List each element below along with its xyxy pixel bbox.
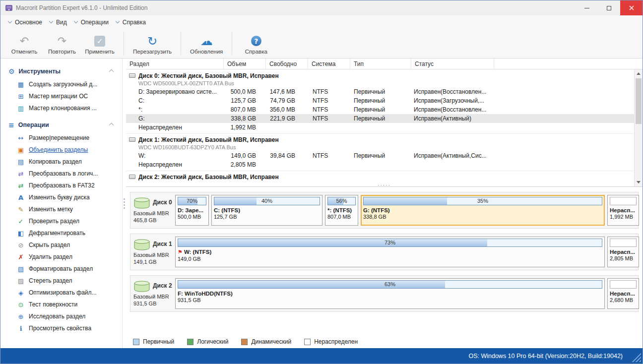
menu-main[interactable]: Основное xyxy=(7,15,49,29)
window-title: Macrorit Partition Expert v6.1.0 - Unlim… xyxy=(16,4,147,11)
menu-operations[interactable]: Операции xyxy=(73,15,115,29)
scroll-down-button[interactable] xyxy=(635,178,643,186)
column-header-status[interactable]: Статус xyxy=(411,59,494,69)
disk-group-header[interactable]: Диск 1: Жесткий диск, Базовый MBR, Испра… xyxy=(126,135,643,144)
cell-status: Исправен(Восстановлен... xyxy=(411,88,643,95)
menu-help[interactable]: Справка xyxy=(115,15,152,29)
partition-size: 149,0 GB xyxy=(178,256,602,262)
maximize-button[interactable] xyxy=(598,0,620,15)
undo-button[interactable]: ↶ Отменить xyxy=(5,29,43,58)
properties-icon: ℹ xyxy=(16,325,25,332)
disk-size: 149,1 GB xyxy=(133,258,175,265)
resize-grip[interactable] xyxy=(630,351,641,362)
column-header-free[interactable]: Свободно xyxy=(266,59,308,69)
sidebar-item-check-partition[interactable]: ✓ Проверить раздел xyxy=(0,215,122,227)
partition-box-g-selected[interactable]: 35% G: (NTFS) 338,8 GB xyxy=(361,195,605,226)
partition-box-c[interactable]: 40% C: (NTFS) 125,7 GB xyxy=(211,195,322,226)
partition-box-star[interactable]: 56% *: (NTFS) 807,0 MB xyxy=(325,195,358,226)
table-row[interactable]: W: 149,0 GB 39,84 GB NTFS Первичный Испр… xyxy=(126,151,643,160)
sidebar-item-copy-partition[interactable]: ▤ Копировать раздел xyxy=(0,156,122,168)
sidebar-item-clone-wizard[interactable]: ▥ Мастер клонирования ... xyxy=(0,102,122,114)
menu-label: Операции xyxy=(81,19,109,26)
cell-filesystem: NTFS xyxy=(308,97,350,104)
sidebar-item-delete-partition[interactable]: ✗ Удалить раздел xyxy=(0,251,122,263)
table-header-filler xyxy=(494,59,643,69)
reload-button[interactable]: ↻ Перезагрузить xyxy=(129,29,176,58)
cell-filesystem: NTFS xyxy=(308,88,350,95)
usage-bar: 40% xyxy=(214,197,320,205)
minimize-button[interactable] xyxy=(576,0,598,15)
toolbar: ↶ Отменить ↷ Повторить ✓ Применить ↻ Пер… xyxy=(0,29,643,59)
sidebar-item-os-migration-wizard[interactable]: ⊞ Мастер миграции ОС xyxy=(0,90,122,102)
section-header-tools[interactable]: ⚙ Инструменты xyxy=(0,64,122,78)
sidebar-item-label: Преобразовать в логич... xyxy=(29,170,98,177)
disk-group-title: Диск 2: Жесткий диск, Базовый MBR, Испра… xyxy=(138,174,279,181)
sidebar-item-convert-to-logical[interactable]: ⇄ Преобразовать в логич... xyxy=(0,168,122,180)
copy-icon: ▤ xyxy=(16,158,25,166)
sidebar-splitter[interactable] xyxy=(123,59,126,348)
table-row[interactable]: C: 125,7 GB 74,79 GB NTFS Первичный Испр… xyxy=(126,96,643,105)
sidebar-item-hide-partition[interactable]: ⊘ Скрыть раздел xyxy=(0,239,122,251)
partition-box-w[interactable]: 73% ⚑W: (NTFS) 149,0 GB xyxy=(175,237,605,267)
sidebar-item-defragment[interactable]: ◧ Дефрагментировать xyxy=(0,227,122,239)
unallocated-box[interactable]: Нерасп... 1,992 MB xyxy=(607,195,639,226)
cell-free: 74,79 GB xyxy=(266,97,308,104)
sidebar-item-convert-to-fat32[interactable]: ⇄ Преобразовать в FAT32 xyxy=(0,180,122,191)
sidebar-item-change-drive-letter[interactable]: A Изменить букву диска xyxy=(0,191,122,203)
scroll-up-button[interactable] xyxy=(635,69,643,78)
usage-bar: 73% xyxy=(178,239,602,247)
table-scrollbar[interactable] xyxy=(634,69,643,186)
usage-bar xyxy=(610,280,637,289)
help-button[interactable]: ? Справка xyxy=(237,29,275,58)
sidebar-item-explore-partition[interactable]: ⊕ Исследовать раздел xyxy=(0,310,122,322)
cell-filesystem: NTFS xyxy=(308,115,350,122)
table-row[interactable]: Нераспределен 2,805 MB xyxy=(126,160,643,169)
apply-button[interactable]: ✓ Применить xyxy=(81,29,119,58)
usage-percent: 63% xyxy=(385,281,395,287)
close-button[interactable] xyxy=(620,0,643,15)
sidebar-item-resize-move[interactable]: ↔ Размер|перемещение xyxy=(0,132,122,144)
sidebar-item-optimize-files[interactable]: ◈ Оптимизировать файл... xyxy=(0,287,122,299)
partition-box-d[interactable]: 70% D: Заре... 500,0 MB xyxy=(175,195,209,226)
sidebar-item-merge-partitions[interactable]: ▣ Объединить разделы xyxy=(0,144,122,156)
updates-button[interactable]: ☁↑ Обновления xyxy=(186,29,227,58)
menu-view[interactable]: Вид xyxy=(49,15,73,29)
partition-label: F: WinToHDD(NTFS) xyxy=(178,291,602,297)
table-row[interactable]: Нераспределен 1,992 MB xyxy=(126,123,643,132)
scrollbar-thumb[interactable] xyxy=(636,78,642,124)
sidebar-item-create-bootable-media[interactable]: ▦ Создать загрузочный д... xyxy=(0,78,122,90)
column-header-filesystem[interactable]: Система xyxy=(308,59,350,69)
sidebar-item-view-properties[interactable]: ℹ Просмотреть свойства xyxy=(0,322,122,334)
sidebar-item-label: Копировать раздел xyxy=(29,158,82,165)
column-header-partition[interactable]: Раздел xyxy=(126,59,224,69)
disk-group-header[interactable]: Диск 0: Жесткий диск, Базовый MBR, Испра… xyxy=(126,71,643,80)
sidebar-item-format-partition[interactable]: ▧ Форматировать раздел xyxy=(0,263,122,275)
chevron-up-icon xyxy=(109,69,114,74)
more-content-indicator: ····· xyxy=(126,182,643,187)
disk-group-header[interactable]: Диск 2: Жесткий диск, Базовый MBR, Испра… xyxy=(126,173,643,181)
resize-move-icon: ↔ xyxy=(16,134,25,142)
usage-fill xyxy=(214,197,257,205)
unallocated-box[interactable]: Нерасп... 2,680 MB xyxy=(607,278,639,309)
table-row[interactable]: D: Зарезервировано систе... 500,0 MB 147… xyxy=(126,87,643,96)
column-header-type[interactable]: Тип xyxy=(350,59,411,69)
sidebar-item-surface-test[interactable]: ⊙ Тест поверхности xyxy=(0,299,122,310)
disk-scheme: Базовый MBR xyxy=(133,293,175,300)
cell-partition: W: xyxy=(126,152,224,159)
redo-button[interactable]: ↷ Повторить xyxy=(43,29,81,58)
sidebar-item-wipe-partition[interactable]: ▨ Стереть раздел xyxy=(0,275,122,287)
titlebar: Macrorit Partition Expert v6.1.0 - Unlim… xyxy=(0,0,643,15)
section-header-operations[interactable]: ≡ Операции xyxy=(0,118,122,132)
unallocated-box[interactable]: Нерасп... 2,805 MB xyxy=(607,237,639,267)
partition-size: 125,7 GB xyxy=(214,214,320,220)
convert-logical-icon: ⇄ xyxy=(16,170,25,178)
partition-box-f[interactable]: 63% F: WinToHDD(NTFS) 931,5 GB xyxy=(175,278,605,309)
disk0-strip: Диск 0 Базовый MBR 465,8 GB 70% D: Заре.… xyxy=(130,192,639,229)
check-icon: ✓ xyxy=(16,218,25,225)
table-row[interactable]: *: 807,0 MB 356,0 MB NTFS Первичный Испр… xyxy=(126,105,643,114)
table-row-selected[interactable]: G: 338,8 GB 221,9 GB NTFS Первичный Испр… xyxy=(126,114,643,123)
column-header-size[interactable]: Объем xyxy=(224,59,266,69)
sidebar-item-label: Размер|перемещение xyxy=(29,134,89,141)
sidebar-item-change-label[interactable]: ✎ Изменить метку xyxy=(0,203,122,215)
legend-item-unallocated: Нераспределен xyxy=(304,338,358,345)
